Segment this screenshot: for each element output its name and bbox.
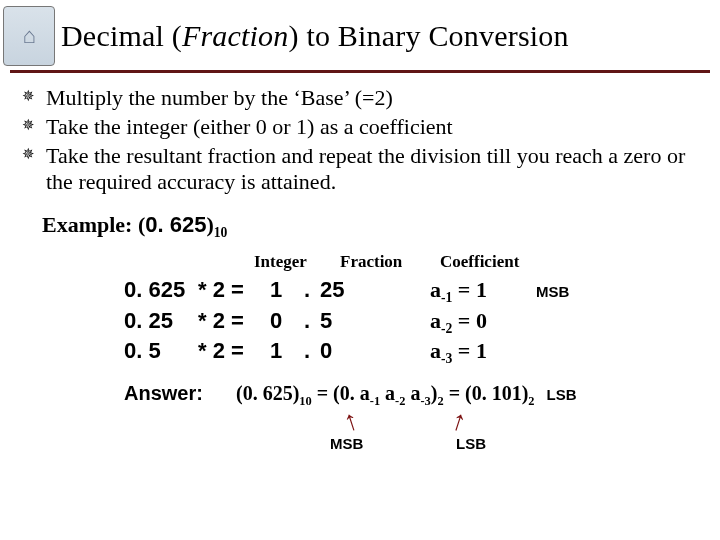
example-line: Example: (0. 625)10	[42, 212, 720, 241]
calc-dot: .	[294, 307, 320, 335]
calc-fraction: 0	[320, 337, 378, 365]
calc-row: 0. 5 * 2 = 1 . 0 a-3 = 1	[0, 337, 720, 368]
calc-start: 0. 5	[124, 337, 198, 365]
calc-fraction: 5	[320, 307, 378, 335]
msb-label: MSB	[536, 282, 569, 301]
bullet-item: Multiply the number by the ‘Base’ (=2)	[22, 85, 698, 112]
calc-integer: 0	[258, 307, 294, 335]
lsb-pointer-label: LSB	[456, 435, 486, 452]
title-post: ) to Binary Conversion	[289, 19, 569, 52]
answer-label: Answer:	[124, 382, 236, 405]
column-headers: Integer Fraction Coefficient	[0, 252, 720, 272]
calc-fraction: 25	[320, 276, 378, 304]
header-coefficient: Coefficient	[440, 252, 519, 272]
calc-coef: a-2 = 0	[430, 307, 526, 338]
bullet-item: Take the resultant fraction and repeat t…	[22, 143, 698, 197]
calc-row: 0. 25 * 2 = 0 . 5 a-2 = 0	[0, 307, 720, 338]
msb-pointer-label: MSB	[330, 435, 363, 452]
calc-coef: a-3 = 1	[430, 337, 526, 368]
title-pre: Decimal (	[61, 19, 182, 52]
slide-title: Decimal (Fraction) to Binary Conversion	[61, 19, 569, 53]
example-close: )	[206, 212, 213, 237]
calc-dot: .	[294, 337, 320, 365]
example-sub: 10	[214, 226, 228, 241]
header-fraction: Fraction	[340, 252, 430, 272]
calc-coef: a-1 = 1	[430, 276, 526, 307]
title-rule	[10, 70, 710, 73]
bullet-list: Multiply the number by the ‘Base’ (=2) T…	[0, 85, 720, 196]
calc-row: 0. 625 * 2 = 1 . 25 a-1 = 1 MSB	[0, 276, 720, 307]
bullet-item: Take the integer (either 0 or 1) as a co…	[22, 114, 698, 141]
calc-start: 0. 25	[124, 307, 198, 335]
calc-dot: .	[294, 276, 320, 304]
answer-equation: (0. 625)10 = (0. a-1 a-2 a-3)2 = (0. 101…	[236, 382, 535, 409]
calculation-block: 0. 625 * 2 = 1 . 25 a-1 = 1 MSB 0. 25 * …	[0, 276, 720, 369]
calc-op: * 2 =	[198, 276, 258, 304]
arrow-up-icon: ↑	[339, 404, 362, 439]
example-label: Example: (	[42, 212, 145, 237]
calc-integer: 1	[258, 337, 294, 365]
arrow-up-icon: ↑	[447, 404, 470, 439]
arrow-block: ↑ ↑ MSB LSB	[0, 409, 720, 457]
title-italic: Fraction	[182, 19, 289, 52]
calc-integer: 1	[258, 276, 294, 304]
example-num: 0. 625	[145, 212, 206, 237]
answer-row: Answer: (0. 625)10 = (0. a-1 a-2 a-3)2 =…	[0, 382, 720, 409]
lsb-label: LSB	[547, 386, 577, 403]
calc-op: * 2 =	[198, 337, 258, 365]
header-integer: Integer	[254, 252, 316, 272]
logo-icon: ⌂	[3, 6, 55, 66]
calc-start: 0. 625	[124, 276, 198, 304]
slide-header: ⌂ Decimal (Fraction) to Binary Conversio…	[0, 0, 720, 66]
calc-op: * 2 =	[198, 307, 258, 335]
